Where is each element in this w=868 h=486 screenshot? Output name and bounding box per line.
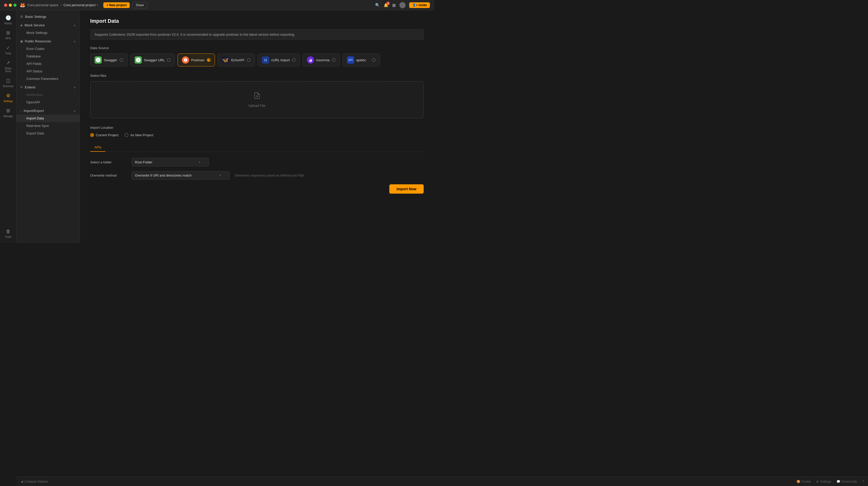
search-icon[interactable]: 🔍 <box>375 3 380 7</box>
curl-name: cURL import <box>271 58 290 62</box>
sidebar-item-mock-settings[interactable]: Mock Settings <box>17 29 80 36</box>
icon-sidebar-bottom: 🗑 Trash <box>1 227 16 240</box>
import-location: Current Project As New Project <box>90 133 424 137</box>
import-now-button[interactable]: Import Now <box>389 184 424 194</box>
section-header-mock-service[interactable]: ◈ Mock Service ▲ <box>17 22 80 29</box>
apidoc-icon: API <box>347 56 354 64</box>
folder-chevron-icon: ▾ <box>199 161 200 164</box>
location-as-new-project[interactable]: As New Project <box>125 133 153 137</box>
sidebar-item-manage[interactable]: ⊞ Manage <box>1 106 16 120</box>
sidebar-item-database[interactable]: Database <box>17 53 80 60</box>
new-project-button[interactable]: + New project <box>103 2 130 8</box>
sidebar-item-api-fields[interactable]: API Fields <box>17 60 80 67</box>
location-current-project[interactable]: Current Project <box>90 133 118 137</box>
public-resources-icon: ◉ <box>20 39 23 43</box>
section-import-export: ↓ Import/Export ▲ Import Data Real-time … <box>17 107 80 137</box>
notification-badge: 2 <box>386 2 390 5</box>
settings-icon: ⚙ <box>6 93 10 98</box>
traffic-lights <box>4 4 17 7</box>
mock-service-label: Mock Service <box>25 23 45 27</box>
sidebar-item-export-data[interactable]: Export Data <box>17 130 80 137</box>
sidebar-item-apis[interactable]: ⊞ APIs <box>1 28 16 42</box>
sidebar-item-settings[interactable]: ⚙ Settings <box>1 91 16 105</box>
tab-apis[interactable]: APIs <box>90 143 105 152</box>
upload-label: Upload File <box>249 104 266 108</box>
echoapi-radio <box>247 58 251 62</box>
folder-select-wrapper: Root Folder ▾ <box>131 158 209 167</box>
history-icon: 🕐 <box>5 15 11 21</box>
apidoc-radio <box>372 58 376 62</box>
sidebar-item-realtime-sync[interactable]: Real-time Sync <box>17 122 80 130</box>
data-source-swagger-url[interactable]: Swagger URL <box>130 54 175 66</box>
sidebar-item-tests-label: Tests <box>5 52 11 55</box>
titlebar-actions: + New project Share <box>103 2 147 8</box>
as-new-project-radio <box>125 133 128 137</box>
sidebar-item-history[interactable]: 🕐 History <box>1 13 16 27</box>
section-header-basic-settings[interactable]: ⚙ Basic Settings <box>17 13 80 21</box>
select-files-label: Select files <box>90 74 424 78</box>
schemas-icon: ◫ <box>6 78 10 84</box>
postman-radio <box>207 58 211 62</box>
tabs: APIs <box>90 143 424 152</box>
postman-name: Postman <box>191 58 204 62</box>
close-button[interactable] <box>4 4 7 7</box>
swagger-icon <box>95 56 102 64</box>
breadcrumb-space[interactable]: Cora personal space <box>27 3 58 7</box>
data-source-apidoc[interactable]: API apidoc <box>343 54 380 66</box>
data-source-swagger[interactable]: Swagger <box>90 54 128 66</box>
trash-icon: 🗑 <box>6 229 10 234</box>
select-folder-row: Select a folder Root Folder ▾ <box>90 158 424 167</box>
data-source-echoapi[interactable]: 🦋 EchoAPI <box>218 54 255 66</box>
basic-settings-label: Basic Settings <box>25 15 46 19</box>
left-sidebar: ⚙ Basic Settings ◈ Mock Service ▲ Mock S… <box>17 10 80 243</box>
sidebar-item-trash[interactable]: 🗑 Trash <box>1 227 16 240</box>
sidebar-item-tests[interactable]: ✓ Tests <box>1 43 16 57</box>
sidebar-item-history-label: History <box>4 22 12 25</box>
sidebar-item-common-parameters[interactable]: Common Parameters <box>17 75 80 83</box>
breadcrumb-project[interactable]: Cora personal project ▾ <box>64 3 98 7</box>
as-new-project-label: As New Project <box>130 133 153 137</box>
upload-area[interactable]: Upload File <box>90 81 424 118</box>
invite-button[interactable]: 👤+ Invite <box>409 2 430 8</box>
upload-icon <box>253 92 261 101</box>
notification-button[interactable]: 🔔 2 <box>383 3 389 7</box>
postman-icon <box>182 56 189 64</box>
sidebar-item-error-codes[interactable]: Error Codes <box>17 45 80 53</box>
minimize-button[interactable] <box>9 4 12 7</box>
extend-chevron: ▲ <box>73 86 76 89</box>
echoapi-icon: 🦋 <box>222 56 229 64</box>
public-resources-label: Public Resources <box>25 39 51 43</box>
share-button[interactable]: Share <box>132 2 147 8</box>
swagger-url-radio <box>167 58 170 62</box>
overwrite-select[interactable]: Overwrite if URI and directories match ▾ <box>131 171 230 180</box>
sidebar-item-api-status[interactable]: API Status <box>17 67 80 75</box>
sidebar-item-openapi[interactable]: OpenAPI <box>17 98 80 106</box>
data-source-curl[interactable]: {/} cURL import <box>257 54 300 66</box>
sidebar-item-settings-label: Settings <box>3 100 13 103</box>
section-header-public-resources[interactable]: ◉ Public Resources ▲ <box>17 37 80 45</box>
mock-service-chevron: ▲ <box>73 24 76 27</box>
layout-icon[interactable]: ▦ <box>392 3 396 7</box>
sidebar-item-import-data[interactable]: Import Data <box>17 115 80 122</box>
fullscreen-button[interactable] <box>13 4 17 7</box>
sidebar-item-share-docs[interactable]: ↗ Share Docs <box>1 58 16 75</box>
extend-icon: ↻ <box>20 85 23 89</box>
section-header-extend[interactable]: ↻ Extend ▲ <box>17 84 80 91</box>
sidebar-item-schemas[interactable]: ◫ Schemas <box>1 76 16 90</box>
sidebar-item-manage-label: Manage <box>3 115 13 118</box>
manage-icon: ⊞ <box>6 108 10 113</box>
avatar[interactable] <box>399 2 406 8</box>
swagger-radio <box>120 58 123 62</box>
folder-select[interactable]: Root Folder ▾ <box>131 158 209 167</box>
breadcrumb-separator: / <box>60 3 61 7</box>
section-basic-settings: ⚙ Basic Settings <box>17 13 80 21</box>
section-header-import-export[interactable]: ↓ Import/Export ▲ <box>17 107 80 115</box>
insomnia-name: insomnia <box>316 58 330 62</box>
data-source-insomnia[interactable]: ◕ insomnia <box>303 54 340 66</box>
select-folder-label: Select a folder <box>90 160 126 164</box>
curl-icon: {/} <box>262 56 269 64</box>
info-banner: Supports Collections JSON exported from … <box>90 29 424 40</box>
swagger-url-icon <box>134 56 142 64</box>
data-source-postman[interactable]: Postman <box>178 54 215 66</box>
overwrite-chevron-icon: ▾ <box>220 174 221 177</box>
